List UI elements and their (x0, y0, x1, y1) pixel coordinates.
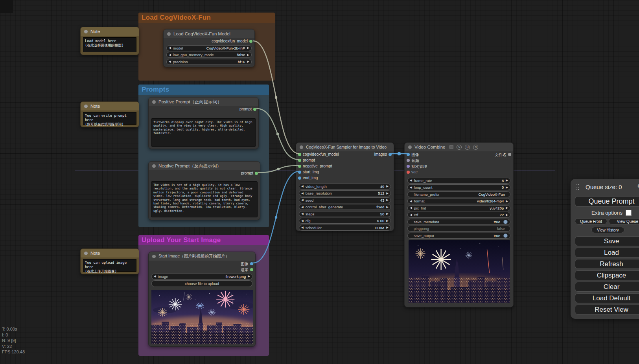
input-slot-dot[interactable] (407, 153, 410, 156)
node-title-bar[interactable]: Negtive Prompt（反向提示词） (149, 162, 260, 170)
increment-arrow-icon[interactable]: ▶ (247, 60, 249, 63)
increment-arrow-icon[interactable]: ▶ (386, 185, 389, 188)
decrement-arrow-icon[interactable]: ◀ (301, 192, 304, 195)
decrement-arrow-icon[interactable]: ◀ (301, 185, 304, 188)
positive-prompt-textarea[interactable]: fireworks display over night city. The v… (151, 118, 256, 147)
decrement-arrow-icon[interactable]: ◀ (169, 60, 171, 63)
output-slot-dot[interactable] (255, 172, 258, 175)
increment-arrow-icon[interactable]: ▶ (247, 46, 249, 50)
input-slot-dot[interactable] (407, 171, 410, 174)
note-title-bar[interactable]: Note (81, 102, 139, 110)
decrement-arrow-icon[interactable]: ◀ (301, 212, 304, 215)
increment-arrow-icon[interactable]: ▶ (506, 213, 508, 217)
widget-control-after-generate[interactable]: ◀ control_after_generate fixed ▶ (299, 204, 391, 210)
increment-arrow-icon[interactable]: ▶ (386, 206, 389, 209)
input-slot-dot[interactable] (407, 165, 410, 168)
decrement-arrow-icon[interactable]: ◀ (301, 199, 304, 202)
extra-options-checkbox[interactable] (626, 210, 632, 216)
widget-model[interactable]: ◀ model CogVideoX-Fun-2b-InP ▶ (166, 45, 252, 51)
node-title-bar[interactable]: CogVideoX-Fun Sampler for Image to Video (296, 143, 394, 151)
widget-low-gpu-memory-mode[interactable]: ◀ low_gpu_memory_mode false ▶ (166, 52, 252, 58)
drag-handle-icon[interactable] (575, 184, 580, 191)
note-node-model[interactable]: Note Load model here (在此选择要使用的模型) (80, 27, 139, 55)
queue-prompt-button[interactable]: Queue Prompt (575, 196, 639, 207)
collapse-dot-icon[interactable] (84, 252, 88, 255)
increment-arrow-icon[interactable]: ▶ (248, 275, 250, 278)
group-title[interactable]: Upload Your Start Image (138, 235, 269, 245)
link-midpoint-dot[interactable] (398, 152, 401, 156)
choose-file-button[interactable]: choose file to upload (151, 280, 252, 287)
clear-button[interactable]: Clear (575, 282, 639, 292)
settings-gear-icon[interactable]: ⚙ (637, 183, 639, 189)
increment-arrow-icon[interactable]: ▶ (506, 179, 508, 182)
link-midpoint-dot[interactable] (275, 96, 277, 99)
collapse-dot-icon[interactable] (152, 255, 156, 258)
increment-arrow-icon[interactable]: ▶ (386, 192, 389, 195)
load-default-button[interactable]: Load Default (575, 293, 639, 303)
node-load-cogvideox-model[interactable]: Load CogVideoX-Fun Model cogvideoxfun_mo… (163, 29, 255, 67)
collapse-dot-icon[interactable] (84, 30, 88, 33)
widget-loop-count[interactable]: ◀ loop_count 0 ▶ (407, 184, 510, 190)
decrement-arrow-icon[interactable]: ◀ (301, 206, 304, 209)
widget-scheduler[interactable]: ◀ scheduler DDIM ▶ (299, 225, 391, 231)
note-node-upload[interactable]: Note You can upload image here (在此上传开始图像… (80, 248, 139, 274)
input-slot-dot[interactable] (298, 153, 301, 156)
increment-arrow-icon[interactable]: ▶ (386, 212, 389, 215)
node-start-image[interactable]: Start Image（图片到视频的开始图片） 图像 遮罩 ◀ image fi… (148, 252, 256, 347)
decrement-arrow-icon[interactable]: ◀ (410, 186, 412, 189)
node-title-bar[interactable]: Start Image（图片到视频的开始图片） (149, 252, 255, 261)
decrement-arrow-icon[interactable]: ◀ (169, 53, 171, 57)
refresh-button[interactable]: Refresh (575, 259, 639, 269)
output-slot-dot[interactable] (389, 153, 392, 156)
widget-precision[interactable]: ◀ precision bf16 ▶ (166, 59, 252, 65)
negative-prompt-textarea[interactable]: The video is not of a high quality, it h… (151, 181, 258, 217)
video-combine-preview[interactable] (409, 240, 510, 303)
collapse-dot-icon[interactable] (152, 164, 156, 168)
collapse-dot-icon[interactable] (408, 145, 412, 149)
input-slot-dot[interactable] (298, 165, 301, 168)
input-slot-dot[interactable] (407, 159, 410, 162)
note-text[interactable]: You can write prompt here (你可以在此填写提示词) (83, 112, 136, 125)
widget-frame-rate[interactable]: ◀ frame_rate 8 ▶ (407, 178, 510, 184)
view-queue-button[interactable]: View Queue (609, 218, 639, 224)
increment-arrow-icon[interactable]: ▶ (386, 226, 389, 229)
decrement-arrow-icon[interactable]: ◀ (410, 206, 412, 210)
group-title[interactable]: Load CogVideoX-Fun (138, 13, 275, 23)
node-title-bar[interactable]: Video Combine V H S (405, 143, 513, 151)
input-slot-dot[interactable] (298, 176, 301, 180)
decrement-arrow-icon[interactable]: ◀ (169, 46, 171, 50)
widget-pix-fmt[interactable]: ◀ pix_fmt yuv420p ▶ (407, 205, 510, 211)
decrement-arrow-icon[interactable]: ◀ (410, 179, 412, 182)
note-text[interactable]: You can upload image here (在此上传开始图像) (83, 259, 136, 272)
widget-save-output[interactable]: save_output true (407, 233, 510, 239)
widget-video-length[interactable]: ◀ video_length 49 ▶ (299, 184, 391, 189)
node-negative-prompt[interactable]: Negtive Prompt（反向提示词） prompt The video i… (148, 161, 260, 220)
group-title[interactable]: Prompts (138, 85, 269, 95)
node-title-bar[interactable]: Load CogVideoX-Fun Model (164, 29, 254, 38)
toggle-dot[interactable] (503, 220, 508, 224)
collapse-dot-icon[interactable] (152, 100, 156, 104)
note-node-prompt[interactable]: Note You can write prompt here (你可以在此填写提… (80, 101, 139, 127)
load-button[interactable]: Load (575, 248, 639, 257)
increment-arrow-icon[interactable]: ▶ (386, 199, 389, 202)
collapse-dot-icon[interactable] (84, 105, 88, 108)
collapse-dot-icon[interactable] (300, 145, 303, 149)
widget-cfg[interactable]: ◀ cfg 6.00 ▶ (299, 218, 391, 224)
input-slot-dot[interactable] (298, 171, 301, 174)
link-midpoint-dot[interactable] (276, 133, 279, 135)
reset-view-button[interactable]: Reset View (575, 305, 639, 314)
node-positive-prompt[interactable]: Positive Prompt（正向提示词） prompt fireworks … (148, 97, 259, 149)
widget-base-resolution[interactable]: ◀ base_resolution 512 ▶ (299, 190, 391, 196)
decrement-arrow-icon[interactable]: ◀ (154, 275, 156, 278)
widget-seed[interactable]: ◀ seed 43 ▶ (299, 197, 391, 203)
output-slot-dot[interactable] (250, 262, 253, 265)
increment-arrow-icon[interactable]: ▶ (506, 186, 508, 189)
increment-arrow-icon[interactable]: ▶ (506, 206, 508, 210)
queue-panel[interactable]: Queue size: 0 ⚙ × Queue Prompt Extra opt… (571, 179, 639, 319)
widget-pingpong[interactable]: pingpong false (407, 226, 510, 232)
widget-format[interactable]: ◀ format video/h264-mp4 ▶ (407, 198, 510, 204)
input-slot-dot[interactable] (298, 159, 301, 162)
widget-steps[interactable]: ◀ steps 50 ▶ (299, 211, 391, 217)
widget-save-metadata[interactable]: save_metadata true (407, 219, 510, 225)
toggle-dot[interactable] (503, 233, 508, 238)
